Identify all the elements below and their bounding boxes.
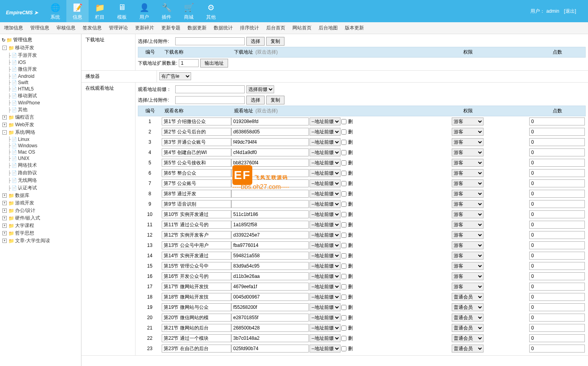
subnav-item[interactable]: 管理评论 (109, 25, 128, 31)
perm-select[interactable]: 普通会员 (452, 293, 484, 301)
name-input[interactable] (162, 190, 231, 198)
del-checkbox[interactable] (341, 305, 346, 310)
expand-icon[interactable]: + (2, 115, 7, 119)
tree-item[interactable]: +📁Web开发 (0, 121, 81, 129)
addr-prefix-select[interactable]: --地址前缀-- (309, 241, 340, 249)
pts-input[interactable] (529, 314, 585, 322)
addr-prefix-select[interactable]: --地址前缀-- (309, 314, 340, 322)
addr-input[interactable] (231, 283, 309, 291)
upload-path-input-2[interactable] (175, 96, 245, 104)
perm-select[interactable]: 普通会员 (452, 324, 484, 332)
addr-prefix-select[interactable]: --地址前缀-- (309, 345, 340, 353)
addr-input[interactable] (231, 190, 309, 198)
tree-item[interactable]: ├ 📄路由协议 (0, 169, 81, 177)
nav-user[interactable]: 👤用户 (133, 0, 155, 22)
subnav-item[interactable]: 网站首页 (292, 25, 311, 31)
addr-prefix-select[interactable]: --地址前缀-- (309, 169, 340, 177)
select-button-2[interactable]: 选择 (246, 96, 265, 104)
logout-link[interactable]: [退出] (564, 8, 576, 14)
nav-system[interactable]: 🌐系统 (44, 0, 66, 22)
del-checkbox[interactable] (341, 191, 346, 196)
tree-item[interactable]: +📁游戏开发 (0, 199, 81, 207)
tree-item[interactable]: ├ 📄其他 (0, 106, 81, 114)
addr-prefix-select[interactable]: --地址前缀-- (309, 252, 340, 260)
addr-prefix-select[interactable]: --地址前缀-- (309, 159, 340, 167)
del-checkbox[interactable] (341, 150, 346, 155)
name-input[interactable] (162, 128, 231, 136)
nav-shop[interactable]: 🛒商城 (178, 0, 200, 22)
subnav-item[interactable]: 增加信息 (4, 25, 23, 31)
del-checkbox[interactable] (341, 212, 346, 217)
tree-item[interactable]: -📁系统/网络 (0, 129, 81, 136)
del-checkbox[interactable] (341, 171, 346, 176)
name-input[interactable] (162, 210, 231, 218)
addr-input[interactable] (231, 334, 309, 342)
perm-select[interactable]: 游客 (452, 118, 484, 125)
name-input[interactable] (162, 169, 231, 177)
name-input[interactable] (162, 272, 231, 280)
subnav-item[interactable]: 后台地图 (319, 25, 338, 31)
tree-item[interactable]: +📁大学课程 (0, 222, 81, 229)
tree-item[interactable]: ├ 📄iOS (0, 59, 81, 65)
del-checkbox[interactable] (341, 129, 346, 135)
del-checkbox[interactable] (341, 284, 346, 289)
pts-input[interactable] (529, 293, 585, 301)
addr-prefix-select[interactable]: --地址前缀-- (309, 138, 340, 146)
name-input[interactable] (162, 231, 231, 239)
perm-select[interactable]: 游客 (452, 159, 484, 167)
del-checkbox[interactable] (341, 346, 346, 351)
subnav-item[interactable]: 管理信息 (30, 25, 49, 31)
addr-prefix-select[interactable]: --地址前缀-- (309, 283, 340, 291)
subnav-item[interactable]: 更新专题 (161, 25, 180, 31)
addr-prefix-select[interactable]: --地址前缀-- (309, 231, 340, 239)
copy-button[interactable]: 复制 (266, 37, 284, 46)
pts-input[interactable] (529, 128, 585, 136)
perm-select[interactable]: 游客 (452, 148, 484, 156)
tree-item[interactable]: +📁哲学思想 (0, 229, 81, 237)
tree-root[interactable]: ↻ 📁 管理信息 (0, 36, 81, 44)
addr-prefix-select[interactable]: --地址前缀-- (309, 293, 340, 301)
expand-icon[interactable]: - (2, 46, 7, 50)
del-checkbox[interactable] (341, 243, 346, 248)
addr-input[interactable] (231, 252, 309, 260)
addr-prefix-select[interactable]: --地址前缀-- (309, 303, 340, 311)
expand-icon[interactable]: + (2, 193, 7, 198)
addr-prefix-select[interactable]: --地址前缀-- (309, 334, 340, 342)
tree-item[interactable]: ├ 📄无线网络 (0, 177, 81, 184)
pts-input[interactable] (529, 324, 585, 332)
pts-input[interactable] (529, 334, 585, 342)
perm-select[interactable]: 普通会员 (452, 345, 484, 353)
pts-input[interactable] (529, 272, 585, 280)
perm-select[interactable]: 游客 (452, 272, 484, 280)
addr-prefix-select[interactable]: --地址前缀-- (309, 128, 340, 136)
player-select[interactable]: 有广告le (159, 72, 191, 80)
name-input[interactable] (162, 118, 231, 125)
del-checkbox[interactable] (341, 315, 346, 320)
addr-input[interactable] (231, 241, 309, 249)
tree-item[interactable]: ├ 📄Mac OS (0, 149, 81, 155)
perm-select[interactable]: 游客 (452, 169, 484, 177)
addr-prefix-select[interactable]: --地址前缀-- (309, 190, 340, 198)
perm-select[interactable]: 游客 (452, 200, 484, 208)
subnav-item[interactable]: 数据统计 (214, 25, 233, 31)
tree-item[interactable]: -📁移动开发 (0, 44, 81, 52)
perm-select[interactable]: 游客 (452, 179, 484, 187)
addr-input[interactable] (231, 128, 309, 136)
addr-input[interactable] (231, 293, 309, 301)
addr-input[interactable] (231, 345, 309, 353)
addr-input[interactable] (231, 221, 309, 229)
del-checkbox[interactable] (341, 181, 346, 186)
expand-icon[interactable]: - (2, 130, 7, 135)
addr-prefix-select[interactable]: --地址前缀-- (309, 324, 340, 332)
perm-select[interactable]: 游客 (452, 241, 484, 249)
name-input[interactable] (162, 345, 231, 353)
subnav-item[interactable]: 后台首页 (266, 25, 285, 31)
addr-input[interactable] (231, 231, 309, 239)
addr-input[interactable] (231, 262, 309, 270)
expand-icon[interactable]: + (2, 201, 7, 205)
select-button[interactable]: 选择 (246, 37, 265, 46)
del-checkbox[interactable] (341, 140, 346, 145)
pts-input[interactable] (529, 159, 585, 167)
subnav-item[interactable]: 更新碎片 (135, 25, 154, 31)
subnav-item[interactable]: 审核信息 (56, 25, 75, 31)
